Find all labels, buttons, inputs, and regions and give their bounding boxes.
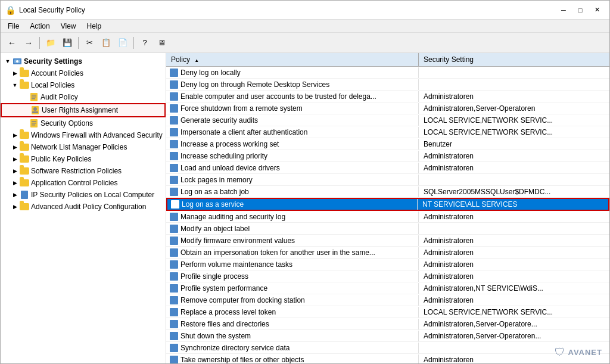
policy-name-cell: Force shutdown from a remote system <box>166 103 419 114</box>
minimize-button[interactable]: ─ <box>556 4 571 16</box>
policy-row[interactable]: Replace a process level tokenLOCAL SERVI… <box>166 306 609 318</box>
policy-name-text: Deny log on through Remote Desktop Servi… <box>180 80 329 89</box>
tree-item-local-policies[interactable]: ▼ Local Policies <box>1 79 166 91</box>
toolbar-separator-2 <box>78 37 79 49</box>
policy-row[interactable]: Increase scheduling priorityAdministrato… <box>166 150 609 162</box>
policy-name-text: Increase scheduling priority <box>180 152 267 160</box>
policy-row[interactable]: Modify firmware environment valuesAdmini… <box>166 235 609 247</box>
policy-row[interactable]: Load and unload device driversAdministra… <box>166 162 609 174</box>
policy-name-text: Remove computer from docking station <box>180 296 305 304</box>
toolbar-separator-3 <box>133 37 134 49</box>
policy-row[interactable]: Lock pages in memory <box>166 174 609 186</box>
policy-setting-cell: Administratoren <box>419 247 609 258</box>
policy-name-cell: Profile single process <box>166 271 419 282</box>
folder-button[interactable]: 📁 <box>43 36 58 50</box>
policy-name-text: Shut down the system <box>180 332 251 340</box>
close-button[interactable]: ✕ <box>589 4 605 16</box>
account-policies-label: Account Policies <box>31 69 83 77</box>
policy-row[interactable]: Log on as a serviceNT SERVICE\ALL SERVIC… <box>166 198 609 211</box>
policy-setting-cell: Administratoren <box>419 271 609 282</box>
policy-row[interactable]: Obtain an impersonation token for anothe… <box>166 247 609 259</box>
expand-arrow-software: ▶ <box>10 166 20 176</box>
policy-row-icon <box>170 332 178 340</box>
policy-setting-cell: Administratoren <box>419 295 609 306</box>
paste-button[interactable]: 📄 <box>115 36 130 50</box>
left-panel: ▼ Security Settings ▶ Account Policies ▼ <box>1 53 166 363</box>
policy-name-text: Load and unload device drivers <box>180 164 280 172</box>
audit-policy-label: Audit Policy <box>41 93 78 101</box>
menu-file[interactable]: File <box>3 21 24 32</box>
policy-row[interactable]: Deny log on through Remote Desktop Servi… <box>166 79 609 91</box>
tree-item-software-restriction[interactable]: ▶ Software Restriction Policies <box>1 165 166 177</box>
cut-button[interactable]: ✂ <box>82 36 97 50</box>
software-restriction-icon <box>20 166 29 176</box>
policy-row-icon <box>170 237 178 245</box>
help-button[interactable]: ? <box>137 36 152 50</box>
tree-item-audit-policy[interactable]: ▶ Audit Policy <box>1 91 166 103</box>
menu-bar: File Action View Help <box>1 20 609 33</box>
policy-row[interactable]: Increase a process working setBenutzer <box>166 138 609 150</box>
policy-name-text: Restore files and directories <box>180 320 269 328</box>
tree-item-security-options[interactable]: ▶ Security Options <box>1 117 166 129</box>
policy-setting-cell: NT SERVICE\ALL SERVICES <box>418 199 608 210</box>
policy-setting-cell: LOCAL SERVICE,NETWORK SERVIC... <box>419 307 609 318</box>
back-button[interactable]: ← <box>4 36 20 50</box>
policy-name-text: Log on as a service <box>182 200 244 209</box>
policy-row[interactable]: Enable computer and user accounts to be … <box>166 91 609 102</box>
monitor-button[interactable]: 🖥 <box>154 36 169 50</box>
policy-row[interactable]: Restore files and directoriesAdministrat… <box>166 318 609 330</box>
public-key-icon <box>20 154 29 164</box>
tree-item-public-key[interactable]: ▶ Public Key Policies <box>1 153 166 165</box>
tree-item-advanced-audit[interactable]: ▶ Advanced Audit Policy Configuration <box>1 201 166 213</box>
policy-row[interactable]: Manage auditing and security logAdminist… <box>166 211 609 223</box>
menu-action[interactable]: Action <box>25 21 54 32</box>
policy-row[interactable]: Remove computer from docking stationAdmi… <box>166 294 609 306</box>
security-options-icon <box>29 119 39 128</box>
policy-row[interactable]: Generate security auditsLOCAL SERVICE,NE… <box>166 114 609 126</box>
forward-button[interactable]: → <box>21 36 36 50</box>
policy-row[interactable]: Take ownership of files or other objects… <box>166 354 609 363</box>
policy-name-cell: Restore files and directories <box>166 319 419 329</box>
tree-item-account-policies[interactable]: ▶ Account Policies <box>1 67 166 79</box>
tree-item-ip-security[interactable]: ▶ IP Security Policies on Local Computer <box>1 189 166 201</box>
tree-item-user-rights[interactable]: ▶ User Rights Assignment <box>1 103 166 117</box>
policy-name-text: Force shutdown from a remote system <box>180 104 303 113</box>
save-button[interactable]: 💾 <box>60 36 75 50</box>
menu-view[interactable]: View <box>56 21 81 32</box>
tree-item-security-settings[interactable]: ▼ Security Settings <box>1 55 166 67</box>
policy-row[interactable]: Deny log on locally <box>166 67 609 79</box>
policy-row[interactable]: Log on as a batch jobSQLServer2005MSSQLU… <box>166 186 609 198</box>
policy-row[interactable]: Profile system performanceAdministratore… <box>166 282 609 294</box>
tree-item-network-list[interactable]: ▶ Network List Manager Policies <box>1 141 166 153</box>
expand-arrow-network: ▶ <box>10 142 20 152</box>
policy-row[interactable]: Shut down the systemAdministratoren,Serv… <box>166 330 609 342</box>
policy-name-cell: Lock pages in memory <box>166 175 419 185</box>
policy-row-icon <box>170 152 178 160</box>
column-policy[interactable]: Policy ▲ <box>166 53 419 66</box>
policy-name-cell: Impersonate a client after authenticatio… <box>166 127 419 138</box>
maximize-button[interactable]: □ <box>572 4 588 16</box>
column-security[interactable]: Security Setting <box>419 53 609 66</box>
tree-item-application-control[interactable]: ▶ Application Control Policies <box>1 177 166 189</box>
tree-item-windows-firewall[interactable]: ▶ Windows Firewall with Advanced Securit… <box>1 129 166 141</box>
policy-row[interactable]: Synchronize directory service data <box>166 342 609 354</box>
policy-row[interactable]: Impersonate a client after authenticatio… <box>166 126 609 138</box>
policy-row-icon <box>170 116 178 125</box>
svg-rect-13 <box>32 125 35 126</box>
policy-row[interactable]: Force shutdown from a remote systemAdmin… <box>166 102 609 114</box>
policy-name-cell: Load and unload device drivers <box>166 163 419 173</box>
menu-help[interactable]: Help <box>82 21 107 32</box>
policy-row-icon <box>170 260 178 269</box>
policy-row[interactable]: Modify an object label <box>166 223 609 235</box>
policy-row[interactable]: Perform volume maintenance tasksAdminist… <box>166 259 609 270</box>
policy-name-text: Impersonate a client after authenticatio… <box>180 128 307 136</box>
main-content: ▼ Security Settings ▶ Account Policies ▼ <box>1 53 609 363</box>
policy-name-cell: Shut down the system <box>166 331 419 341</box>
window-icon: 🔒 <box>5 5 15 15</box>
column-security-label: Security Setting <box>424 55 474 64</box>
svg-rect-5 <box>32 97 36 98</box>
window-controls: ─ □ ✕ <box>556 4 605 16</box>
copy-button[interactable]: 📋 <box>98 36 114 50</box>
policy-setting-cell: Administratoren <box>419 151 609 161</box>
policy-row[interactable]: Profile single processAdministratoren <box>166 270 609 282</box>
